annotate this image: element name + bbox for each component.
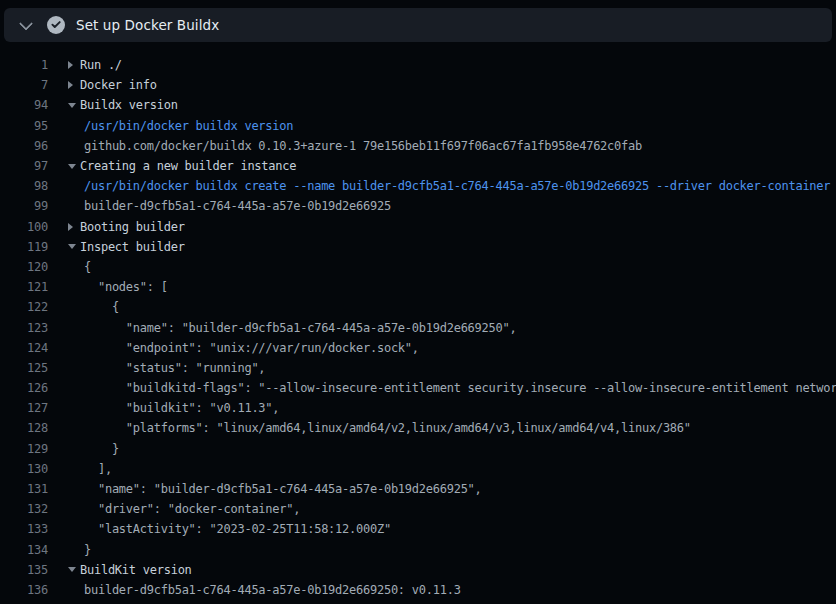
- log-output-text: }: [84, 543, 91, 557]
- log-output-text: "platforms": "linux/amd64,linux/amd64/v2…: [84, 421, 691, 435]
- log-line: 130 ],: [0, 459, 836, 479]
- log-line: 1Run ./: [0, 55, 836, 75]
- log-line: 97Creating a new builder instance: [0, 156, 836, 176]
- line-number-link[interactable]: 128: [0, 421, 48, 435]
- actions-log-viewer: Set up Docker Buildx 1Run ./7Docker info…: [0, 0, 836, 604]
- line-number-link[interactable]: 122: [0, 300, 48, 314]
- line-number-link[interactable]: 135: [0, 563, 48, 577]
- log-line: 98/usr/bin/docker buildx create --name b…: [0, 176, 836, 196]
- line-number-link[interactable]: 127: [0, 401, 48, 415]
- log-output-text: "driver": "docker-container",: [84, 502, 300, 516]
- log-line: 128 "platforms": "linux/amd64,linux/amd6…: [0, 418, 836, 438]
- line-number-link[interactable]: 134: [0, 543, 48, 557]
- line-number-link[interactable]: 95: [0, 119, 48, 133]
- triangle-down-icon[interactable]: [68, 164, 80, 169]
- log-line: 94Buildx version: [0, 95, 836, 115]
- log-line: 125 "status": "running",: [0, 358, 836, 378]
- log-output-text: "lastActivity": "2023-02-25T11:58:12.000…: [84, 522, 391, 536]
- line-number-link[interactable]: 99: [0, 199, 48, 213]
- line-number-link[interactable]: 100: [0, 220, 48, 234]
- log-line: 7Docker info: [0, 75, 836, 95]
- line-number-link[interactable]: 119: [0, 240, 48, 254]
- log-output-text: "status": "running",: [84, 361, 265, 375]
- log-line: 126 "buildkitd-flags": "--allow-insecure…: [0, 378, 836, 398]
- check-circle-icon: [47, 16, 65, 34]
- line-number-link[interactable]: 121: [0, 280, 48, 294]
- log-command-text: /usr/bin/docker buildx create --name bui…: [84, 179, 830, 193]
- log-line: 133 "lastActivity": "2023-02-25T11:58:12…: [0, 519, 836, 539]
- log-line: 100Booting builder: [0, 217, 836, 237]
- log-line: 123 "name": "builder-d9cfb5a1-c764-445a-…: [0, 317, 836, 337]
- log-output-text: "nodes": [: [84, 280, 168, 294]
- line-number-link[interactable]: 124: [0, 341, 48, 355]
- step-title: Set up Docker Buildx: [76, 17, 219, 33]
- line-number-link[interactable]: 120: [0, 260, 48, 274]
- line-number-link[interactable]: 133: [0, 522, 48, 536]
- log-line: 135BuildKit version: [0, 560, 836, 580]
- line-number-link[interactable]: 1: [0, 58, 48, 72]
- log-line: 99builder-d9cfb5a1-c764-445a-a57e-0b19d2…: [0, 196, 836, 216]
- triangle-down-icon[interactable]: [68, 244, 80, 249]
- triangle-right-icon[interactable]: [68, 223, 80, 231]
- log-output-text: }: [84, 442, 119, 456]
- log-line: 134}: [0, 540, 836, 560]
- triangle-right-icon[interactable]: [68, 81, 80, 89]
- line-number-link[interactable]: 130: [0, 462, 48, 476]
- chevron-down-icon[interactable]: [18, 17, 34, 33]
- log-content: 1Run ./7Docker info94Buildx version95/us…: [0, 42, 836, 604]
- log-output-text: "name": "builder-d9cfb5a1-c764-445a-a57e…: [84, 321, 516, 335]
- line-number-link[interactable]: 132: [0, 502, 48, 516]
- log-line: 95/usr/bin/docker buildx version: [0, 116, 836, 136]
- log-line: 129 }: [0, 439, 836, 459]
- line-number-link[interactable]: 136: [0, 583, 48, 597]
- log-group-title[interactable]: Buildx version: [80, 98, 178, 112]
- log-line: 127 "buildkit": "v0.11.3",: [0, 398, 836, 418]
- log-group-title[interactable]: Inspect builder: [80, 240, 185, 254]
- log-line: 131 "name": "builder-d9cfb5a1-c764-445a-…: [0, 479, 836, 499]
- line-number-link[interactable]: 7: [0, 78, 48, 92]
- log-group-title[interactable]: Creating a new builder instance: [80, 159, 296, 173]
- triangle-right-icon[interactable]: [68, 61, 80, 69]
- line-number-link[interactable]: 129: [0, 442, 48, 456]
- log-output-text: {: [84, 300, 119, 314]
- log-line: 136builder-d9cfb5a1-c764-445a-a57e-0b19d…: [0, 580, 836, 600]
- log-line: 121 "nodes": [: [0, 277, 836, 297]
- triangle-down-icon[interactable]: [68, 103, 80, 108]
- log-output-text: "buildkitd-flags": "--allow-insecure-ent…: [84, 381, 836, 395]
- log-group-title[interactable]: Run ./: [80, 58, 122, 72]
- log-output-text: "name": "builder-d9cfb5a1-c764-445a-a57e…: [84, 482, 482, 496]
- log-line: 119Inspect builder: [0, 237, 836, 257]
- triangle-down-icon[interactable]: [68, 567, 80, 572]
- log-output-text: github.com/docker/buildx 0.10.3+azure-1 …: [84, 139, 642, 153]
- log-line: 124 "endpoint": "unix:///var/run/docker.…: [0, 338, 836, 358]
- step-header[interactable]: Set up Docker Buildx: [4, 8, 832, 42]
- line-number-link[interactable]: 125: [0, 361, 48, 375]
- line-number-link[interactable]: 97: [0, 159, 48, 173]
- line-number-link[interactable]: 98: [0, 179, 48, 193]
- line-number-link[interactable]: 126: [0, 381, 48, 395]
- line-number-link[interactable]: 123: [0, 321, 48, 335]
- log-line: 120{: [0, 257, 836, 277]
- log-output-text: {: [84, 260, 91, 274]
- log-output-text: "buildkit": "v0.11.3",: [84, 401, 279, 415]
- line-number-link[interactable]: 96: [0, 139, 48, 153]
- log-command-text: /usr/bin/docker buildx version: [84, 119, 293, 133]
- line-number-link[interactable]: 94: [0, 98, 48, 112]
- log-group-title[interactable]: Booting builder: [80, 220, 185, 234]
- log-line: 96github.com/docker/buildx 0.10.3+azure-…: [0, 136, 836, 156]
- log-line: 132 "driver": "docker-container",: [0, 499, 836, 519]
- log-line: 122 {: [0, 297, 836, 317]
- log-group-title[interactable]: BuildKit version: [80, 563, 192, 577]
- log-output-text: builder-d9cfb5a1-c764-445a-a57e-0b19d2e6…: [84, 199, 391, 213]
- log-output-text: "endpoint": "unix:///var/run/docker.sock…: [84, 341, 419, 355]
- line-number-link[interactable]: 131: [0, 482, 48, 496]
- log-group-title[interactable]: Docker info: [80, 78, 157, 92]
- log-output-text: builder-d9cfb5a1-c764-445a-a57e-0b19d2e6…: [84, 583, 461, 597]
- log-output-text: ],: [84, 462, 112, 476]
